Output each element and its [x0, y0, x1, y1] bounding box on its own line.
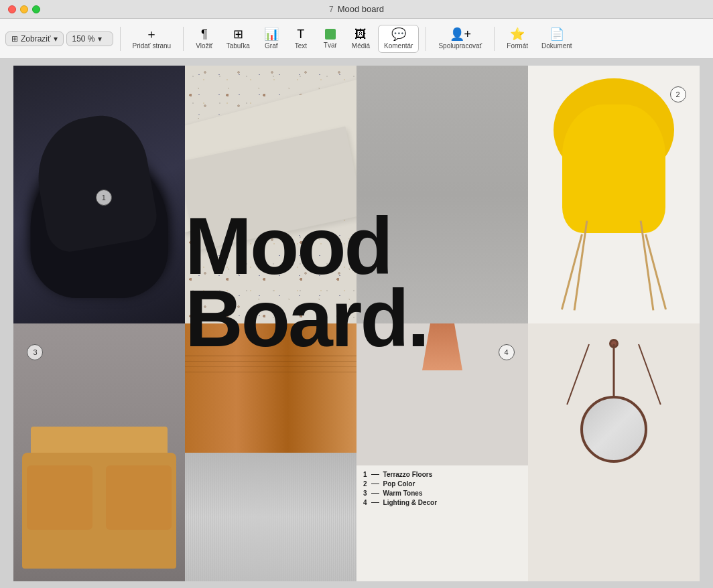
mirror-strap-right — [638, 344, 661, 405]
zoom-chevron-icon: ▾ — [98, 34, 102, 44]
yellow-chair-image — [528, 66, 700, 323]
text-button[interactable]: T Text — [287, 25, 314, 52]
add-page-label: Pridať stranu — [133, 42, 172, 50]
chair-leg-2 — [640, 220, 655, 310]
cell-yellow-chair: 2 — [528, 66, 700, 323]
shape-label: Tvar — [324, 42, 337, 49]
zoom-value: 150 % — [72, 34, 95, 44]
item-2-dash — [371, 484, 379, 484]
document-icon: 📄 — [549, 28, 564, 40]
badge-1: 1 — [96, 190, 112, 206]
view-button[interactable]: ⊞ Zobraziť ▾ — [5, 31, 64, 46]
cell-wood-fur — [185, 323, 356, 581]
description-item-3: 3 Warm Tones — [363, 490, 521, 497]
table-group: ⊞ Tabuľka — [221, 25, 255, 52]
item-4-number: 4 — [363, 499, 367, 506]
description-item-4: 4 Lighting & Decor — [363, 499, 521, 506]
comment-button[interactable]: 💬 Komentár — [378, 25, 419, 53]
lamp-shade — [422, 323, 462, 370]
table-label: Tabuľka — [226, 42, 250, 50]
item-1-dash — [371, 474, 379, 475]
document-label: Dokument — [541, 42, 572, 50]
title-text: Mood board — [338, 4, 384, 14]
cell-lamp-description: 1 Terrazzo Floors 2 Pop Color 3 Warm Ton… — [356, 323, 528, 581]
item-4-text: Lighting & Decor — [383, 499, 438, 506]
collaborate-icon: 👤+ — [450, 28, 472, 40]
media-group: 🖼 Médiá — [346, 25, 375, 52]
window-title: 7 Mood board — [329, 4, 384, 14]
zoom-button[interactable]: 150 % ▾ — [66, 31, 113, 46]
text-icon: T — [297, 28, 304, 40]
media-label: Médiá — [352, 42, 370, 50]
item-3-number: 3 — [363, 490, 367, 497]
mirror-image — [528, 323, 700, 581]
view-chevron-icon: ▾ — [54, 34, 58, 44]
table-icon: ⊞ — [233, 28, 243, 40]
table-button[interactable]: ⊞ Tabuľka — [221, 25, 255, 52]
media-button[interactable]: 🖼 Médiá — [346, 25, 375, 52]
add-page-button[interactable]: ＋ Pridať stranu — [127, 25, 177, 52]
chart-icon: 📊 — [264, 28, 279, 40]
view-icon: ⊞ — [11, 34, 18, 44]
chart-button[interactable]: 📊 Graf — [258, 25, 285, 52]
format-label: Formát — [507, 42, 528, 50]
format-group: ⭐ Formát — [501, 25, 533, 52]
lamp-pendant — [422, 323, 462, 370]
mood-board: 1 2 — [13, 66, 700, 581]
wood-texture — [185, 323, 356, 453]
separator-3 — [426, 27, 426, 51]
chart-label: Graf — [265, 42, 277, 50]
collaborate-group: 👤+ Spolupracovať — [433, 25, 487, 52]
item-1-number: 1 — [363, 471, 367, 478]
title-bar: 7 Mood board — [0, 0, 713, 19]
wood-grain-lines — [185, 323, 356, 453]
fur-texture — [185, 453, 356, 582]
comment-group: 💬 Komentár — [378, 25, 419, 53]
app-icon: 7 — [329, 5, 334, 14]
cell-concrete — [356, 66, 528, 323]
text-label: Text — [295, 42, 307, 50]
shape-group: Tvar — [317, 26, 344, 52]
item-3-text: Warm Tones — [383, 490, 423, 497]
description-item-2: 2 Pop Color — [363, 480, 521, 488]
separator-2 — [183, 27, 184, 51]
separator-4 — [494, 27, 495, 51]
collaborate-button[interactable]: 👤+ Spolupracovať — [433, 25, 487, 52]
text-group: T Text — [287, 25, 314, 52]
item-4-dash — [371, 502, 379, 503]
format-button[interactable]: ⭐ Formát — [501, 25, 533, 52]
canvas-area[interactable]: 1 2 — [0, 59, 713, 588]
separator-1 — [120, 27, 121, 51]
concrete-image — [356, 66, 528, 323]
shape-icon — [325, 29, 336, 40]
description-item-1: 1 Terrazzo Floors — [363, 471, 521, 478]
description-panel: 1 Terrazzo Floors 2 Pop Color 3 Warm Ton… — [356, 465, 528, 581]
collaborate-label: Spolupracovať — [438, 42, 482, 50]
badge-4: 4 — [499, 344, 515, 360]
view-label: Zobraziť — [21, 34, 51, 44]
cell-terrazzo — [185, 66, 356, 323]
fur-lines — [185, 453, 356, 582]
traffic-lights — [8, 5, 40, 13]
item-2-number: 2 — [363, 480, 367, 488]
cell-mirror — [528, 323, 700, 581]
shape-button[interactable]: Tvar — [317, 26, 344, 52]
document-group: 📄 Dokument — [536, 25, 578, 52]
toolbar: ⊞ Zobraziť ▾ 150 % ▾ ＋ Pridať stranu ¶ V… — [0, 19, 713, 59]
maximize-button[interactable] — [32, 5, 40, 13]
cell-leather-chair: 1 — [13, 66, 185, 323]
terrazzo-image — [185, 66, 356, 323]
mirror-ring — [580, 396, 647, 463]
chart-group: 📊 Graf — [258, 25, 285, 52]
document-button[interactable]: 📄 Dokument — [536, 25, 578, 52]
close-button[interactable] — [8, 5, 16, 13]
minimize-button[interactable] — [20, 5, 28, 13]
media-icon: 🖼 — [354, 28, 367, 40]
view-group: ⊞ Zobraziť ▾ — [5, 31, 64, 46]
insert-button[interactable]: ¶ Vložiť — [190, 25, 218, 52]
comment-label: Komentár — [384, 42, 413, 50]
mirror-strap-left — [566, 344, 590, 405]
insert-icon: ¶ — [201, 28, 208, 40]
item-1-text: Terrazzo Floors — [383, 471, 433, 478]
insert-group: ¶ Vložiť — [190, 25, 218, 52]
